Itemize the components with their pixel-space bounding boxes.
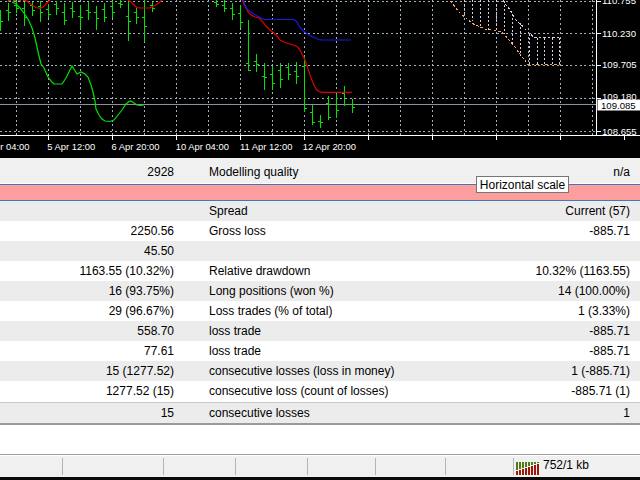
svg-text:12 Apr 20:00: 12 Apr 20:00: [303, 141, 356, 152]
svg-text:5 Apr 12:00: 5 Apr 12:00: [47, 141, 95, 152]
svg-text:6 Apr 20:00: 6 Apr 20:00: [112, 141, 160, 152]
svg-text:11 Apr 12:00: 11 Apr 12:00: [240, 141, 292, 152]
svg-text:110.230: 110.230: [602, 28, 636, 39]
svg-text:109.705: 109.705: [602, 59, 637, 70]
svg-text:109.085: 109.085: [601, 100, 636, 111]
svg-text:110.755: 110.755: [602, 0, 636, 6]
svg-text:108.655: 108.655: [602, 126, 637, 137]
svg-text:4 Apr 04:00: 4 Apr 04:00: [0, 141, 29, 152]
svg-text:10 Apr 04:00: 10 Apr 04:00: [176, 141, 229, 152]
